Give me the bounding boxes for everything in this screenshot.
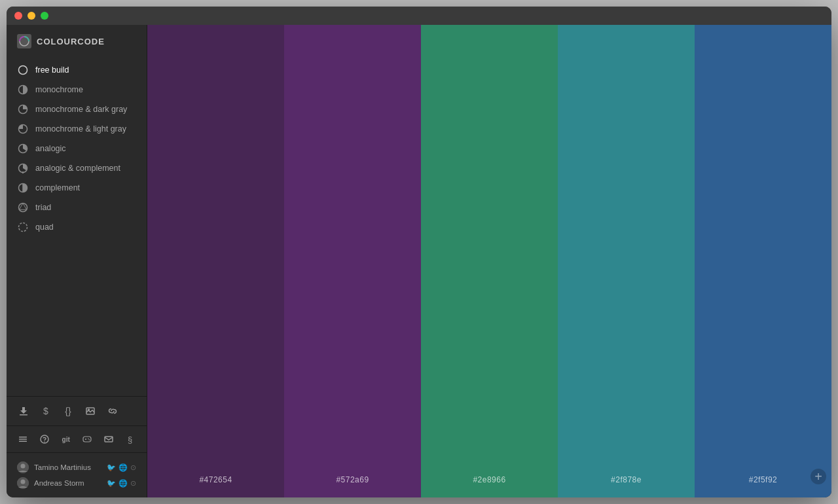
svg-rect-15 bbox=[19, 437, 27, 438]
maximize-button[interactable] bbox=[41, 12, 48, 20]
code-icon: {} bbox=[65, 406, 71, 416]
author1-web[interactable]: 🌐 bbox=[118, 463, 128, 472]
author2-web[interactable]: 🌐 bbox=[118, 479, 128, 488]
sidebar-item-analogic-complement[interactable]: analogic & complement bbox=[7, 158, 147, 178]
complement-icon bbox=[17, 182, 29, 194]
svg-point-29 bbox=[21, 480, 26, 484]
color-palette: − #472654 #572a69 #2e8966 #2f878e #2f5f9… bbox=[147, 25, 831, 497]
email-button[interactable] bbox=[100, 430, 118, 448]
color-hex-1: #472654 bbox=[199, 475, 232, 484]
author2-twitter[interactable]: 🐦 bbox=[107, 479, 116, 488]
svg-point-7 bbox=[22, 171, 24, 173]
sidebar-item-complement[interactable]: complement bbox=[7, 178, 147, 198]
author1-avatar bbox=[17, 461, 29, 473]
svg-rect-12 bbox=[20, 414, 27, 416]
sidebar-label-monochrome-light: monochrome & light gray bbox=[35, 124, 126, 134]
logo-area: COLOURCODE bbox=[7, 25, 147, 58]
svg-rect-17 bbox=[19, 441, 27, 442]
help-button[interactable] bbox=[36, 430, 54, 448]
main-content: COLOURCODE free build bbox=[7, 25, 831, 497]
monochrome-dark-icon bbox=[17, 103, 29, 115]
svg-point-23 bbox=[88, 439, 90, 440]
author2-profile[interactable]: ⊙ bbox=[130, 479, 136, 488]
sidebar-label-quad: quad bbox=[35, 223, 54, 232]
svg-point-11 bbox=[19, 223, 27, 232]
sidebar-item-analogic[interactable]: analogic bbox=[7, 139, 147, 158]
sidebar-label-triad: triad bbox=[35, 203, 51, 212]
author2-name: Andreas Storm bbox=[34, 479, 101, 487]
color-strip-3[interactable]: #2e8966 bbox=[421, 25, 558, 497]
author-row-2: Andreas Storm 🐦 🌐 ⊙ bbox=[17, 475, 136, 491]
author2-avatar bbox=[17, 477, 29, 489]
close-button[interactable] bbox=[14, 12, 22, 20]
add-color-button[interactable]: + bbox=[811, 469, 826, 484]
app-title: COLOURCODE bbox=[37, 37, 105, 46]
author1-icons: 🐦 🌐 ⊙ bbox=[107, 463, 136, 472]
titlebar bbox=[7, 7, 831, 25]
sidebar-item-quad[interactable]: quad bbox=[7, 217, 147, 237]
sidebar-item-triad[interactable]: triad bbox=[7, 198, 147, 217]
git-label: git bbox=[62, 436, 70, 443]
sidebar-label-complement: complement bbox=[35, 183, 80, 192]
author2-icons: 🐦 🌐 ⊙ bbox=[107, 479, 136, 488]
sidebar-label-free-build: free build bbox=[35, 65, 69, 75]
svg-rect-25 bbox=[105, 437, 113, 442]
author1-name: Tamino Martinius bbox=[34, 463, 101, 471]
color-hex-5: #2f5f92 bbox=[749, 475, 778, 484]
minimize-button[interactable] bbox=[27, 12, 35, 20]
app-window: COLOURCODE free build bbox=[7, 7, 831, 497]
link-button[interactable] bbox=[103, 402, 122, 420]
sidebar-label-analogic: analogic bbox=[35, 144, 66, 153]
sidebar-label-monochrome: monochrome bbox=[35, 85, 83, 94]
dollar-icon: $ bbox=[43, 406, 48, 416]
nav-list: free build monochrome bbox=[7, 58, 147, 396]
menu-button[interactable] bbox=[14, 430, 32, 448]
color-hex-2: #572a69 bbox=[336, 475, 369, 484]
color-strip-4[interactable]: #2f878e bbox=[558, 25, 695, 497]
svg-point-10 bbox=[19, 204, 27, 212]
sidebar-item-monochrome-dark[interactable]: monochrome & dark gray bbox=[7, 99, 147, 119]
color-hex-4: #2f878e bbox=[611, 475, 642, 484]
git-button[interactable]: git bbox=[57, 430, 75, 448]
download-button[interactable] bbox=[14, 402, 33, 420]
free-build-icon bbox=[17, 64, 29, 76]
color-strip-5[interactable]: #2f5f92 bbox=[695, 25, 831, 497]
sidebar-item-monochrome[interactable]: monochrome bbox=[7, 80, 147, 99]
toolbar2: git bbox=[7, 425, 147, 452]
code-button[interactable]: {} bbox=[59, 402, 77, 420]
color-strip-1[interactable]: #472654 bbox=[147, 25, 284, 497]
author1-profile[interactable]: ⊙ bbox=[130, 463, 136, 472]
sidebar-label-analogic-complement: analogic & complement bbox=[35, 164, 120, 173]
analogic-complement-icon bbox=[17, 162, 29, 174]
svg-point-1 bbox=[19, 66, 27, 75]
svg-point-14 bbox=[88, 409, 90, 410]
section-button[interactable]: § bbox=[121, 430, 139, 448]
section-icon: § bbox=[128, 435, 132, 444]
svg-point-27 bbox=[21, 464, 26, 469]
sidebar-label-monochrome-dark: monochrome & dark gray bbox=[35, 105, 127, 114]
svg-point-24 bbox=[89, 439, 90, 441]
svg-rect-20 bbox=[83, 437, 91, 442]
sidebar-item-free-build[interactable]: free build bbox=[7, 60, 147, 80]
authors: Tamino Martinius 🐦 🌐 ⊙ bbox=[7, 452, 147, 497]
monochrome-light-icon bbox=[17, 123, 29, 135]
image-button[interactable] bbox=[81, 402, 100, 420]
author-row-1: Tamino Martinius 🐦 🌐 ⊙ bbox=[17, 459, 136, 475]
quad-icon bbox=[17, 221, 29, 233]
logo-icon bbox=[17, 34, 31, 48]
dollar-button[interactable]: $ bbox=[37, 402, 55, 420]
author1-twitter[interactable]: 🐦 bbox=[107, 463, 116, 472]
triad-icon bbox=[17, 202, 29, 213]
svg-point-19 bbox=[44, 441, 45, 442]
monochrome-icon bbox=[17, 84, 29, 96]
game-button[interactable] bbox=[79, 430, 96, 448]
analogic-icon bbox=[17, 143, 29, 154]
color-strip-2[interactable]: #572a69 bbox=[284, 25, 421, 497]
color-hex-3: #2e8966 bbox=[473, 475, 505, 484]
sidebar-item-monochrome-light[interactable]: monochrome & light gray bbox=[7, 119, 147, 139]
svg-rect-16 bbox=[19, 439, 27, 440]
toolbar1: $ {} bbox=[7, 396, 147, 425]
sidebar: COLOURCODE free build bbox=[7, 25, 147, 497]
